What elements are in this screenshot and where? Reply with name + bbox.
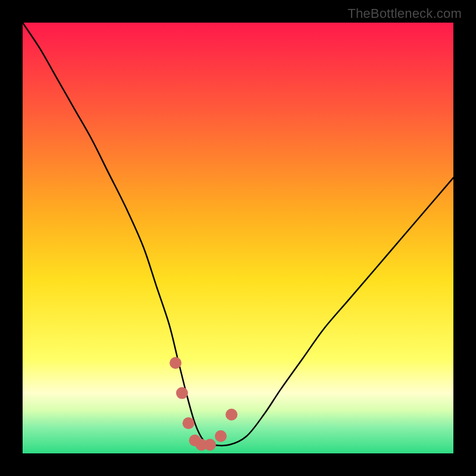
- chart-frame: TheBottleneck.com: [0, 0, 476, 476]
- valley-marker: [215, 430, 227, 442]
- valley-marker: [183, 417, 195, 429]
- valley-marker: [170, 357, 181, 369]
- valley-marker: [204, 439, 216, 451]
- bottleneck-curve: [23, 23, 453, 446]
- valley-marker-group: [170, 357, 237, 451]
- chart-svg: [23, 23, 453, 453]
- valley-marker: [176, 387, 188, 399]
- valley-marker: [226, 409, 237, 421]
- watermark-text: TheBottleneck.com: [347, 6, 462, 21]
